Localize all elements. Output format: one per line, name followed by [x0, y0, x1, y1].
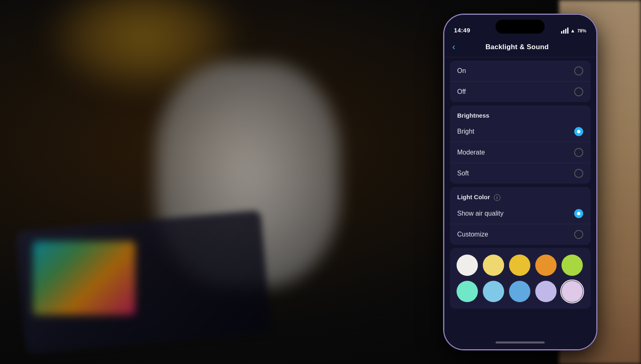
on-label: On [457, 67, 466, 75]
light-color-label: Light Color [457, 193, 490, 200]
wifi-icon: ▲ [571, 28, 575, 34]
row-bright[interactable]: Bright [450, 121, 591, 142]
radio-moderate[interactable] [574, 148, 583, 157]
side-button-vol-up [443, 103, 444, 127]
radio-off[interactable] [574, 87, 583, 96]
moderate-label: Moderate [457, 149, 485, 156]
brightness-header: Brightness [450, 105, 591, 121]
swatch-light-blue[interactable] [483, 281, 504, 302]
info-icon[interactable]: i [494, 194, 500, 201]
battery-icon: 78% [577, 28, 586, 33]
row-show-air-quality[interactable]: Show air quality [450, 203, 591, 224]
nav-bar: ‹ Backlight & Sound [444, 37, 596, 57]
swatches-row-1 [457, 255, 584, 276]
radio-show-air-quality[interactable] [574, 209, 583, 218]
swatch-lime[interactable] [561, 255, 583, 276]
nav-title: Backlight & Sound [459, 43, 576, 51]
dynamic-island [496, 20, 545, 34]
status-time: 14:49 [454, 27, 471, 34]
swatch-white[interactable] [457, 255, 478, 276]
brightness-section: Brightness Bright Moderate Soft [450, 105, 591, 184]
signal-bar-2 [563, 30, 564, 34]
back-button[interactable]: ‹ [452, 40, 459, 54]
soft-label: Soft [457, 170, 469, 177]
on-off-section: On Off [450, 61, 591, 102]
radio-bright[interactable] [574, 127, 583, 136]
home-bar [496, 341, 545, 344]
radio-customize[interactable] [574, 230, 583, 239]
side-button-power [596, 97, 597, 134]
signal-bar-1 [561, 31, 562, 34]
bg-device-screen [33, 241, 135, 315]
radio-soft[interactable] [574, 169, 583, 178]
swatch-yellow[interactable] [509, 255, 530, 276]
bottom-spacer [444, 312, 596, 320]
swatch-pink-lavender[interactable] [561, 281, 583, 302]
home-indicator [444, 335, 596, 349]
row-soft[interactable]: Soft [450, 163, 591, 184]
swatch-mint[interactable] [457, 281, 478, 302]
signal-bar-3 [565, 29, 566, 34]
swatch-orange[interactable] [535, 255, 557, 276]
phone-content[interactable]: On Off Brightness Bright Moderate [444, 57, 596, 335]
customize-label: Customize [457, 231, 489, 238]
signal-icon [561, 27, 568, 34]
show-air-quality-label: Show air quality [457, 210, 504, 217]
phone: 14:49 ▲ 78% ‹ Backlight & Sound [443, 14, 597, 350]
off-label: Off [457, 88, 466, 96]
row-moderate[interactable]: Moderate [450, 142, 591, 163]
bright-label: Bright [457, 128, 475, 135]
row-customize[interactable]: Customize [450, 224, 591, 245]
light-color-header: Light Color i [450, 187, 591, 203]
radio-on[interactable] [574, 66, 583, 75]
side-button-vol-down [443, 132, 444, 156]
signal-bar-4 [567, 27, 568, 34]
light-color-section: Light Color i Show air quality Customize [450, 187, 591, 245]
row-on[interactable]: On [450, 61, 591, 82]
row-off[interactable]: Off [450, 82, 591, 102]
swatch-light-yellow[interactable] [483, 255, 504, 276]
status-icons: ▲ 78% [561, 27, 586, 34]
swatches-row-2 [457, 281, 584, 302]
swatch-lavender[interactable] [535, 281, 557, 302]
color-swatches-section [450, 248, 591, 309]
side-button-mute [443, 80, 444, 97]
swatch-blue[interactable] [509, 281, 530, 302]
phone-wrapper: 14:49 ▲ 78% ‹ Backlight & Sound [432, 0, 608, 364]
